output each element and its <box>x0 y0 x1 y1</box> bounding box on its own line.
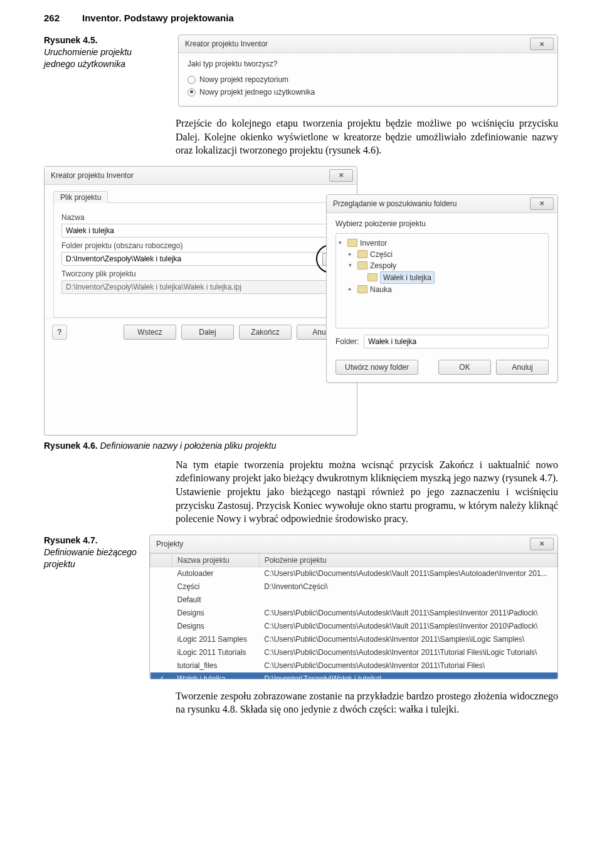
close-icon[interactable]: ✕ <box>530 38 554 50</box>
expand-icon: ▾ <box>339 239 345 248</box>
fig46-tab: Plik projektu <box>53 191 108 203</box>
table-row[interactable]: iLogic 2011 TutorialsC:\Users\Public\Doc… <box>150 646 557 659</box>
table-row[interactable]: DesignsC:\Users\Public\Documents\Autodes… <box>150 619 557 632</box>
row-check <box>150 659 172 672</box>
radio-repo-label: Nowy projekt repozytorium <box>199 75 288 84</box>
row-check: ✓ <box>150 672 172 679</box>
radio-checked-icon <box>187 88 196 97</box>
folder-field[interactable] <box>364 335 549 348</box>
row-check <box>150 593 172 606</box>
folder-icon <box>367 273 378 281</box>
fig46-composite: Kreator projektu Inventor ✕ Plik projekt… <box>44 166 558 436</box>
row-check <box>150 619 172 632</box>
fig47-caption: Rysunek 4.7. Definiowanie bieżącego proj… <box>44 535 138 570</box>
new-folder-button[interactable]: Utwórz nowy folder <box>335 360 418 375</box>
para-after-fig47: Tworzenie zespołu zobrazowane zostanie n… <box>176 689 558 716</box>
col-check <box>150 553 172 567</box>
row-name: Wałek i tulejka <box>172 672 260 679</box>
row-name: iLogic 2011 Tutorials <box>172 646 260 659</box>
ok-button[interactable]: OK <box>438 360 491 375</box>
fig47-number: Rysunek 4.7. <box>44 535 138 546</box>
page-number: 262 <box>44 13 60 23</box>
expand-icon: ▸ <box>349 250 355 259</box>
row-path: C:\Users\Public\Documents\Autodesk\Vault… <box>259 619 557 632</box>
table-row[interactable]: CzęściD:\Inventor\Części\ <box>150 580 557 593</box>
close-icon[interactable]: ✕ <box>530 197 554 210</box>
row-check <box>150 646 172 659</box>
row-check <box>150 606 172 619</box>
radio-repo[interactable]: Nowy projekt repozytorium <box>187 73 549 86</box>
radio-single-label: Nowy projekt jednego użytkownika <box>199 88 315 97</box>
radio-single-user[interactable]: Nowy projekt jednego użytkownika <box>187 86 549 98</box>
browse-prompt: Wybierz położenie projektu <box>335 219 549 228</box>
running-head: 262 Inventor. Podstawy projektowania <box>44 13 558 23</box>
tree-label: Nauka <box>370 284 392 295</box>
tree-node-parts[interactable]: ▸ Części <box>339 249 546 260</box>
table-row[interactable]: DesignsC:\Users\Public\Documents\Autodes… <box>150 606 557 619</box>
close-icon[interactable]: ✕ <box>530 538 554 550</box>
fig45-dialog-title: Kreator projektu Inventor <box>185 39 268 48</box>
row-name: iLogic 2011 Samples <box>172 632 260 646</box>
row-path: C:\Users\Public\Documents\Autodesk\Inven… <box>259 659 557 672</box>
row-name: Autoloader <box>172 567 260 580</box>
created-input <box>61 280 340 294</box>
fig46-main-title: Kreator projektu Inventor <box>51 171 134 180</box>
folder-label: Folder projektu (obszaru roboczego) <box>61 241 340 250</box>
fig46-caption: Rysunek 4.6. Definiowanie nazwy i położe… <box>44 441 558 451</box>
row-name: Designs <box>172 619 260 632</box>
expand-icon: ▸ <box>349 285 355 294</box>
row-path: D:\Inventor\Zespoły\Wałek i tulejka\ <box>259 672 557 679</box>
table-row[interactable]: iLogic 2011 SamplesC:\Users\Public\Docum… <box>150 632 557 646</box>
table-row[interactable]: ✓Wałek i tulejkaD:\Inventor\Zespoły\Wałe… <box>150 672 557 679</box>
tree-label: Części <box>370 249 393 260</box>
row-path <box>259 593 557 606</box>
fig45-dialog: Kreator projektu Inventor ✕ Jaki typ pro… <box>178 34 558 107</box>
fig46-browse-dialog: Przeglądanie w poszukiwaniu folderu ✕ Wy… <box>326 194 558 383</box>
tree-node-inventor[interactable]: ▾ Inventor <box>339 238 546 249</box>
name-input[interactable] <box>61 224 340 238</box>
table-row[interactable]: Default <box>150 593 557 606</box>
col-name[interactable]: Nazwa projektu <box>172 553 260 567</box>
row-name: Części <box>172 580 260 593</box>
fig45-desc: Uruchomienie projektu jednego użytkownik… <box>44 46 163 70</box>
table-row[interactable]: tutorial_filesC:\Users\Public\Documents\… <box>150 659 557 672</box>
next-button[interactable]: Dalej <box>181 325 234 340</box>
tree-node-assemblies[interactable]: ▾ Zespoły <box>339 260 546 271</box>
tree-node-nauka[interactable]: ▸ Nauka <box>339 284 546 295</box>
para-after-fig46: Na tym etapie tworzenia projektu można w… <box>176 458 558 526</box>
radio-icon <box>187 76 196 84</box>
row-name: Default <box>172 593 260 606</box>
tree-label: Zespoły <box>370 260 396 271</box>
row-name: Designs <box>172 606 260 619</box>
tree-label-selected: Wałek i tulejka <box>380 271 435 284</box>
fig45-question: Jaki typ projektu tworzysz? <box>187 60 549 68</box>
tree-label: Inventor <box>360 238 387 249</box>
back-button[interactable]: Wstecz <box>124 325 176 340</box>
fig47-desc: Definiowanie bieżącego projektu <box>44 546 138 570</box>
para-after-fig45: Przejście do kolejnego etapu tworzenia p… <box>176 117 558 157</box>
folder-input[interactable] <box>61 252 340 266</box>
row-path: C:\Users\Public\Documents\Autodesk\Vault… <box>259 606 557 619</box>
name-label: Nazwa <box>61 213 340 222</box>
row-path: C:\Users\Public\Documents\Autodesk\Vault… <box>259 567 557 580</box>
fig47-dialog-title: Projekty <box>156 540 183 548</box>
row-check <box>150 632 172 646</box>
folder-icon <box>357 261 367 269</box>
folder-field-label: Folder: <box>335 337 359 346</box>
folder-icon <box>357 250 367 258</box>
row-check <box>150 580 172 593</box>
row-path: C:\Users\Public\Documents\Autodesk\Inven… <box>259 646 557 659</box>
table-row[interactable]: AutoloaderC:\Users\Public\Documents\Auto… <box>150 567 557 580</box>
close-icon[interactable]: ✕ <box>329 169 353 182</box>
row-name: tutorial_files <box>172 659 260 672</box>
fig46-desc: Definiowanie nazwy i położenia pliku pro… <box>100 441 277 451</box>
tree-node-walektulejka[interactable]: Wałek i tulejka <box>339 271 546 284</box>
fig45-caption: Rysunek 4.5. Uruchomienie projektu jedne… <box>44 34 163 70</box>
cancel-button[interactable]: Anuluj <box>496 360 549 375</box>
finish-button[interactable]: Zakończ <box>239 325 292 340</box>
fig46-main-dialog: Kreator projektu Inventor ✕ Plik projekt… <box>44 166 357 436</box>
folder-icon <box>357 285 367 293</box>
col-path[interactable]: Położenie projektu <box>259 553 557 567</box>
fig46-number: Rysunek 4.6. <box>44 441 98 451</box>
help-button[interactable]: ? <box>52 325 67 340</box>
